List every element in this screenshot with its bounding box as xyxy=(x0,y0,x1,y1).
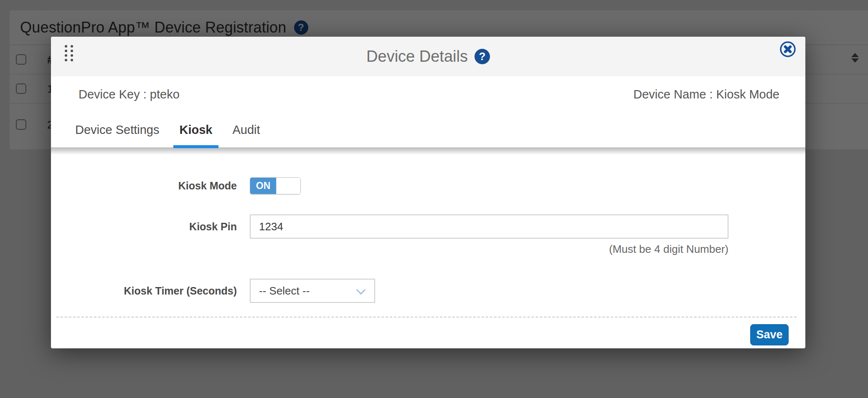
device-key-label: Device Key : pteko xyxy=(79,88,180,101)
modal-header: Device Details ? xyxy=(51,37,805,76)
kiosk-pin-label: Kiosk Pin xyxy=(51,221,237,233)
screen: QuestionPro App™ Device Registration ? #… xyxy=(0,0,868,398)
kiosk-timer-select[interactable]: -- Select -- xyxy=(250,279,375,303)
kiosk-pin-row: Kiosk Pin xyxy=(51,214,805,239)
kiosk-mode-toggle[interactable]: ON xyxy=(250,177,301,194)
tab-shadow xyxy=(51,148,805,155)
kiosk-pin-hint: (Must be 4 digit Number) xyxy=(250,243,728,256)
drag-handle-icon[interactable] xyxy=(65,45,73,61)
modal-help-icon[interactable]: ? xyxy=(475,49,490,64)
form-divider xyxy=(56,317,797,317)
device-name-label: Device Name : Kiosk Mode xyxy=(633,88,779,101)
kiosk-timer-label: Kiosk Timer (Seconds) xyxy=(51,285,237,297)
save-button[interactable]: Save xyxy=(750,324,789,345)
select-value: -- Select -- xyxy=(259,285,310,297)
tabs: Device Settings Kiosk Audit xyxy=(51,113,805,148)
close-button[interactable] xyxy=(778,39,798,59)
device-info-bar: Device Key : pteko Device Name : Kiosk M… xyxy=(51,76,805,113)
modal-title: Device Details xyxy=(366,48,468,65)
close-icon xyxy=(779,40,797,58)
kiosk-pin-input[interactable] xyxy=(250,214,728,239)
kiosk-mode-row: Kiosk Mode ON xyxy=(51,177,805,194)
tab-kiosk[interactable]: Kiosk xyxy=(173,113,219,147)
toggle-on-label: ON xyxy=(250,178,276,194)
kiosk-mode-label: Kiosk Mode xyxy=(51,180,237,192)
modal-footer: Save xyxy=(51,324,805,345)
kiosk-pin-hint-row: (Must be 4 digit Number) xyxy=(51,243,805,256)
kiosk-timer-row: Kiosk Timer (Seconds) -- Select -- xyxy=(51,279,805,303)
chevron-down-icon xyxy=(356,285,366,295)
tab-audit[interactable]: Audit xyxy=(226,113,266,147)
device-details-modal: Device Details ? Device Key : pteko Devi… xyxy=(51,37,805,348)
tab-device-settings[interactable]: Device Settings xyxy=(69,113,166,147)
toggle-knob xyxy=(276,178,300,194)
